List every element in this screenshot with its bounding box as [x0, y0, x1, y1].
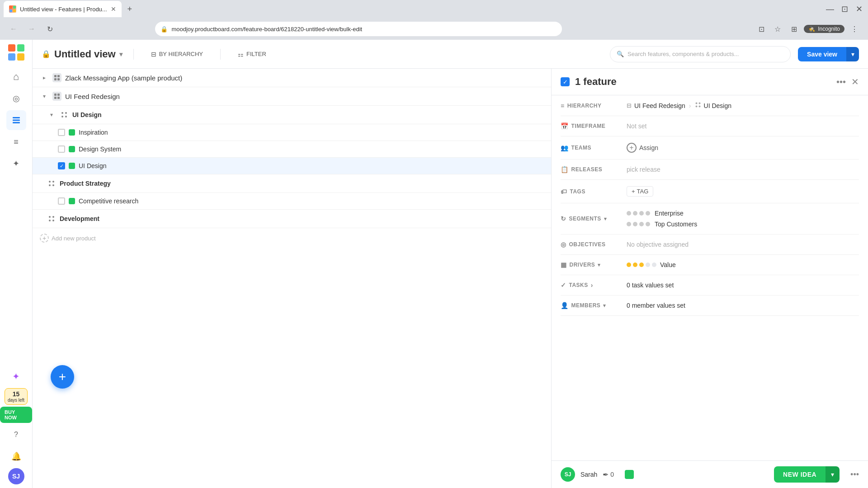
- sidebar-item-analytics[interactable]: ✦: [6, 154, 26, 174]
- assign-button[interactable]: + Assign: [627, 143, 658, 153]
- expand-ui-design-button[interactable]: ▾: [47, 110, 56, 119]
- view-name-chevron[interactable]: ▾: [119, 51, 123, 58]
- svg-point-29: [49, 220, 51, 221]
- svg-rect-14: [57, 78, 60, 80]
- right-panel: ✓ 1 feature ••• ✕ ≡ HIERARCHY: [552, 69, 868, 488]
- list-item-ui-design-feat[interactable]: ✓ UI Design: [33, 158, 551, 174]
- extension-button[interactable]: ⊞: [788, 23, 800, 35]
- svg-point-21: [61, 116, 63, 117]
- hierarchy-button[interactable]: ⊟ BY HIERARCHY: [145, 48, 209, 61]
- view-name-group: 🔒 Untitled view ▾: [42, 48, 123, 60]
- ui-design-comp-label: UI Design: [72, 111, 102, 118]
- checkbox-design-system[interactable]: [58, 145, 65, 153]
- buy-now-button[interactable]: BUY NOW: [0, 407, 32, 423]
- new-idea-button[interactable]: NEW IDEA: [774, 466, 826, 483]
- svg-rect-4: [8, 44, 15, 52]
- list-item-zlack[interactable]: ▸ Zlack Messaging App (sample product): [33, 69, 551, 87]
- releases-value[interactable]: pick release: [627, 166, 859, 173]
- sidebar-item-bell[interactable]: 🔔: [6, 446, 26, 466]
- hierarchy-value: ⊟ UI Feed Redesign › UI Design: [627, 102, 859, 109]
- forward-button[interactable]: →: [25, 23, 38, 35]
- tasks-arrow-icon[interactable]: ›: [591, 282, 593, 289]
- svg-rect-6: [8, 53, 15, 61]
- maximize-button[interactable]: ⊡: [839, 4, 850, 14]
- bookmark-button[interactable]: ☆: [771, 23, 784, 35]
- tasks-label: ✓ TASKS ›: [561, 282, 619, 289]
- list-item-competitive-research[interactable]: Competitive research: [33, 193, 551, 210]
- tab-favicon: [9, 5, 16, 13]
- idea-count-text: 0: [610, 471, 614, 478]
- tasks-icon: ✓: [561, 282, 566, 289]
- sidebar-item-features[interactable]: [6, 110, 26, 130]
- url-bar[interactable]: 🔒 moodjoy.productboard.com/feature-board…: [155, 22, 562, 36]
- sidebar-item-home[interactable]: ⌂: [6, 67, 26, 87]
- sidebar-item-hierarchy[interactable]: ≡: [6, 132, 26, 152]
- checkbox-competitive-research[interactable]: [58, 197, 65, 205]
- new-idea-dropdown-button[interactable]: ▾: [826, 466, 840, 483]
- tab-title: Untitled view - Features | Produ...: [20, 6, 107, 13]
- assign-plus-icon: +: [627, 143, 637, 153]
- product-icon-zlack: [52, 73, 61, 82]
- hierarchy-row: ≡ HIERARCHY ⊟ UI Feed Redesign ›: [561, 95, 859, 116]
- fab-button[interactable]: +: [51, 365, 74, 389]
- refresh-button[interactable]: ↻: [43, 23, 56, 35]
- add-tag-button[interactable]: + TAG: [627, 186, 653, 197]
- timeframe-icon: 📅: [561, 122, 569, 130]
- releases-row: 📋 RELEASES pick release: [561, 160, 859, 180]
- more-menu-button[interactable]: ⋮: [848, 23, 861, 35]
- design-system-label: Design System: [79, 145, 121, 153]
- timeframe-value[interactable]: Not set: [627, 122, 859, 130]
- sidebar-item-ai[interactable]: ✦: [6, 366, 26, 386]
- list-item-ui-design-comp[interactable]: ▾ UI Design: [33, 106, 551, 124]
- checkbox-inspiration[interactable]: [58, 129, 65, 136]
- svg-point-25: [49, 184, 51, 186]
- expand-ui-feed-button[interactable]: ▾: [40, 92, 49, 101]
- filter-button[interactable]: ⚏ FILTER: [231, 48, 273, 61]
- objectives-value[interactable]: No objective assigned: [627, 241, 859, 248]
- feature-dot-competitive-research: [69, 198, 75, 204]
- save-view-button[interactable]: Save view: [798, 47, 846, 61]
- close-window-button[interactable]: ✕: [854, 4, 864, 14]
- browser-tab-active[interactable]: Untitled view - Features | Produ... ✕: [4, 1, 122, 17]
- members-row: 👤 MEMBERS ▾ 0 member values set: [561, 296, 859, 316]
- expand-zlack-button[interactable]: ▸: [40, 73, 49, 82]
- cast-button[interactable]: ⊡: [755, 23, 768, 35]
- members-chevron-icon[interactable]: ▾: [603, 303, 606, 309]
- app-logo[interactable]: [7, 43, 25, 61]
- drivers-chevron-icon[interactable]: ▾: [598, 262, 601, 268]
- save-view-dropdown-button[interactable]: ▾: [846, 47, 859, 61]
- competitive-research-label: Competitive research: [79, 197, 138, 205]
- bottom-more-button[interactable]: •••: [850, 470, 859, 479]
- minimize-button[interactable]: —: [825, 4, 835, 14]
- back-button[interactable]: ←: [7, 23, 20, 35]
- timeframe-label: 📅 TIMEFRAME: [561, 122, 619, 130]
- members-icon: 👤: [561, 302, 569, 309]
- panel-more-button[interactable]: •••: [836, 77, 846, 87]
- driver-dot-4: [646, 263, 650, 267]
- new-tab-button[interactable]: +: [123, 3, 136, 15]
- url-text: moodjoy.productboard.com/feature-board/6…: [171, 26, 362, 33]
- svg-rect-5: [17, 44, 24, 52]
- user-avatar-small: SJ: [561, 467, 575, 482]
- driver-dot-3: [639, 263, 644, 267]
- list-item-product-strategy[interactable]: Product Strategy: [33, 174, 551, 193]
- checkbox-ui-design[interactable]: ✓: [58, 162, 65, 169]
- svg-point-22: [65, 116, 67, 117]
- search-bar[interactable]: 🔍 Search features, components & products…: [610, 46, 791, 62]
- sidebar-item-help[interactable]: ?: [6, 425, 26, 445]
- svg-rect-18: [57, 97, 60, 99]
- list-item-inspiration[interactable]: Inspiration: [33, 124, 551, 141]
- zlack-label: Zlack Messaging App (sample product): [65, 74, 182, 82]
- sidebar-item-search[interactable]: ◎: [6, 89, 26, 108]
- segments-row: ↻ SEGMENTS ▾: [561, 203, 859, 235]
- panel-header-checkbox[interactable]: ✓: [561, 77, 570, 86]
- list-item-design-system[interactable]: Design System: [33, 141, 551, 158]
- list-item-ui-feed[interactable]: ▾ UI Feed Redesign: [33, 87, 551, 106]
- tab-close-button[interactable]: ✕: [111, 5, 116, 13]
- list-item-development[interactable]: Development: [33, 210, 551, 228]
- user-avatar[interactable]: SJ: [8, 468, 24, 484]
- segments-chevron-icon[interactable]: ▾: [604, 216, 607, 222]
- panel-close-button[interactable]: ✕: [851, 76, 859, 87]
- add-product-button[interactable]: + Add new product: [33, 228, 551, 248]
- browser-actions: ⊡ ☆ ⊞ 🕵 Incognito ⋮: [755, 23, 861, 35]
